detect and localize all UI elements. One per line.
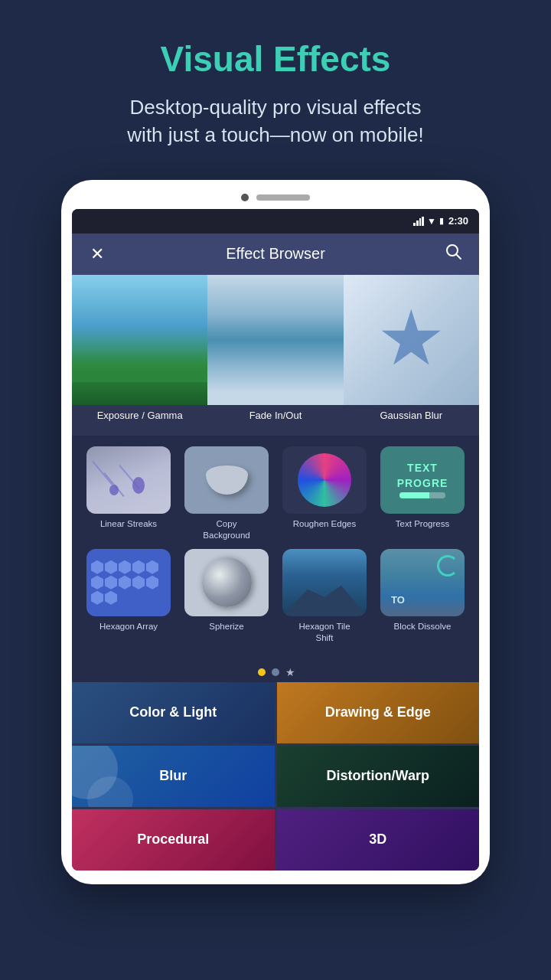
tp-fill xyxy=(399,492,429,498)
promo-title: Visual Effects xyxy=(161,38,391,80)
status-bar: ▼ ▮ 2:30 xyxy=(72,209,479,234)
effects-row-1: Linear Streaks CopyBackground xyxy=(80,446,471,541)
spiral-decoration xyxy=(437,555,458,577)
thumb-copy-background xyxy=(184,446,269,514)
category-label-distortion: Distortion/Warp xyxy=(327,768,429,784)
effect-label-copy-background: CopyBackground xyxy=(203,518,249,541)
effect-label-hexagon-array: Hexagon Array xyxy=(99,621,158,632)
signal-bar-3 xyxy=(419,218,422,226)
category-label-3d: 3D xyxy=(369,831,386,848)
thumb-text-progress: TEXT PROGRE xyxy=(380,446,465,514)
effect-label-text-progress: Text Progress xyxy=(396,518,449,530)
thumb-exposure xyxy=(72,275,207,405)
signal-bar-4 xyxy=(422,217,424,226)
star-decoration xyxy=(380,309,442,371)
signal-icon xyxy=(413,217,424,226)
thumb-block-dissolve: TO xyxy=(380,549,465,616)
effect-hexagon-tile[interactable]: Hexagon TileShift xyxy=(279,549,370,644)
featured-label-fade: Fade In/Out xyxy=(207,405,343,424)
featured-label-gaussian: Gaussian Blur xyxy=(344,405,479,424)
pagination-dot-1[interactable] xyxy=(258,668,266,676)
header-title: Effect Browser xyxy=(226,245,325,263)
effect-copy-background[interactable]: CopyBackground xyxy=(181,446,272,541)
effect-roughen-edges[interactable]: Roughen Edges xyxy=(279,446,370,541)
thumb-roughen-edges xyxy=(282,446,367,514)
signal-bar-2 xyxy=(416,220,419,226)
featured-label-exposure: Exposure / Gamma xyxy=(72,405,207,424)
category-drawing-edge[interactable]: Drawing & Edge xyxy=(277,682,480,743)
effect-text-progress[interactable]: TEXT PROGRE Text Progress xyxy=(377,446,468,541)
camera-dot xyxy=(241,194,249,201)
category-blur[interactable]: Blur xyxy=(72,746,275,807)
status-icons: ▼ ▮ xyxy=(413,216,444,227)
thumb-hexagon-tile xyxy=(282,549,367,616)
mountain-shape xyxy=(282,578,367,616)
category-label-blur: Blur xyxy=(159,768,187,784)
search-icon[interactable] xyxy=(442,243,465,265)
featured-item-fade[interactable]: Fade In/Out xyxy=(207,275,343,436)
roughen-circle xyxy=(298,453,351,507)
category-distortion[interactable]: Distortion/Warp xyxy=(277,746,480,807)
tp-progre-label: PROGRE xyxy=(397,477,448,489)
sphere-ball xyxy=(202,557,252,607)
thumb-spherize xyxy=(184,549,269,616)
close-icon[interactable]: ✕ xyxy=(86,244,109,264)
signal-bar-1 xyxy=(413,223,416,226)
copy-shape xyxy=(206,466,248,495)
effect-linear-streaks[interactable]: Linear Streaks xyxy=(83,446,174,541)
thumb-fade xyxy=(207,275,343,405)
pagination-dots: ★ xyxy=(72,662,479,682)
thumb-linear-streaks xyxy=(86,446,171,514)
promo-subtitle: Desktop-quality pro visual effectswith j… xyxy=(127,93,423,149)
effects-row-2: Hexagon Array Spherize xyxy=(80,549,471,644)
effect-block-dissolve[interactable]: TO Block Dissolve xyxy=(377,549,468,644)
phone-top xyxy=(72,194,479,201)
category-color-light[interactable]: Color & Light xyxy=(72,682,275,743)
speaker-bar xyxy=(256,194,310,201)
phone-frame: ▼ ▮ 2:30 ✕ Effect Browser Exposure / Gam… xyxy=(61,180,490,884)
pagination-dot-3[interactable]: ★ xyxy=(285,668,293,676)
featured-item-exposure[interactable]: Exposure / Gamma xyxy=(72,275,207,436)
app-header: ✕ Effect Browser xyxy=(72,234,479,275)
svg-line-1 xyxy=(456,254,461,259)
thumb-hexagon-array xyxy=(86,549,171,616)
effect-label-linear-streaks: Linear Streaks xyxy=(100,518,157,530)
effect-spherize[interactable]: Spherize xyxy=(181,549,272,644)
tp-bar xyxy=(399,492,445,498)
effect-hexagon-array[interactable]: Hexagon Array xyxy=(83,549,174,644)
effect-label-block-dissolve: Block Dissolve xyxy=(394,621,452,632)
category-label-drawing-edge: Drawing & Edge xyxy=(325,704,431,720)
category-label-color-light: Color & Light xyxy=(129,704,217,720)
category-label-procedural: Procedural xyxy=(137,831,209,848)
effect-label-roughen-edges: Roughen Edges xyxy=(293,518,356,530)
battery-icon: ▮ xyxy=(439,216,444,226)
effect-label-hexagon-tile: Hexagon TileShift xyxy=(298,621,350,644)
featured-item-gaussian[interactable]: Gaussian Blur xyxy=(344,275,479,436)
time-display: 2:30 xyxy=(448,215,468,227)
pagination-dot-2[interactable] xyxy=(272,668,279,676)
category-grid: Color & Light Drawing & Edge Blur Distor… xyxy=(72,682,479,871)
promo-section: Visual Effects Desktop-quality pro visua… xyxy=(0,0,551,172)
thumb-gaussian xyxy=(344,275,479,405)
wifi-icon: ▼ xyxy=(427,216,436,227)
phone-screen: ▼ ▮ 2:30 ✕ Effect Browser Exposure / Gam… xyxy=(72,209,479,871)
category-procedural[interactable]: Procedural xyxy=(72,809,275,871)
category-3d[interactable]: 3D xyxy=(277,809,480,871)
effect-label-spherize: Spherize xyxy=(209,621,243,632)
effects-grid-row1: Linear Streaks CopyBackground xyxy=(72,436,479,662)
tp-text-label: TEXT xyxy=(407,462,438,474)
featured-row: Exposure / Gamma Fade In/Out Gaussian Bl… xyxy=(72,275,479,436)
bd-label: TO xyxy=(391,594,405,606)
